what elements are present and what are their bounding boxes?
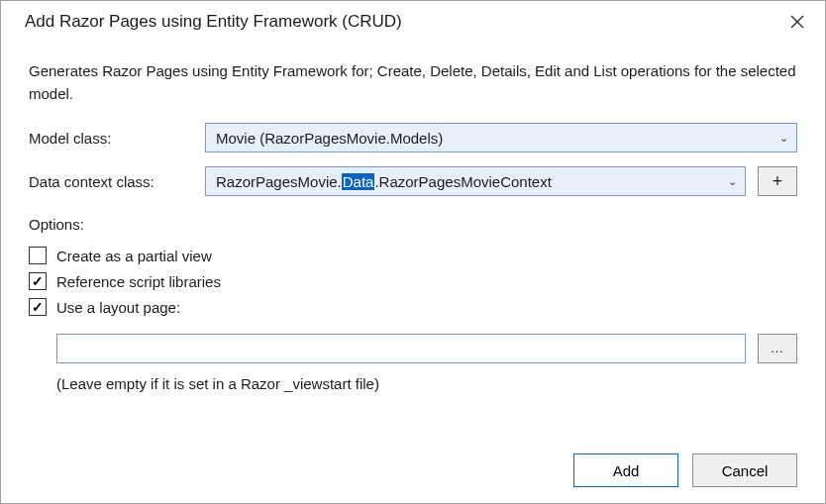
dialog-body: Generates Razor Pages using Entity Frame… [1, 41, 825, 503]
browse-button[interactable]: ... [758, 334, 797, 363]
use-layout-row: Use a layout page: [29, 298, 797, 316]
data-context-class-value: RazorPagesMovie.Data.RazorPagesMovieCont… [216, 173, 722, 190]
layout-hint: (Leave empty if it is set in a Razor _vi… [56, 375, 797, 392]
model-class-label: Model class: [29, 130, 205, 147]
reference-scripts-label: Reference script libraries [56, 273, 221, 290]
dialog-description: Generates Razor Pages using Entity Frame… [29, 60, 797, 105]
chevron-down-icon: ⌄ [722, 175, 737, 188]
reference-scripts-checkbox[interactable] [29, 272, 47, 290]
titlebar: Add Razor Pages using Entity Framework (… [1, 1, 825, 41]
data-context-class-dropdown[interactable]: RazorPagesMovie.Data.RazorPagesMovieCont… [205, 166, 746, 196]
close-button[interactable] [783, 11, 811, 33]
dialog-title: Add Razor Pages using Entity Framework (… [25, 12, 402, 32]
chevron-down-icon: ⌄ [774, 132, 788, 145]
options-label: Options: [29, 216, 797, 233]
layout-path-input[interactable] [56, 334, 746, 363]
cancel-button[interactable]: Cancel [692, 454, 797, 487]
add-context-button[interactable]: + [758, 166, 797, 196]
reference-scripts-row: Reference script libraries [29, 272, 797, 290]
plus-icon: + [773, 171, 783, 192]
data-context-class-row: Data context class: RazorPagesMovie.Data… [29, 166, 797, 196]
use-layout-checkbox[interactable] [29, 298, 47, 316]
partial-view-label: Create as a partial view [56, 248, 212, 264]
layout-path-row: ... [56, 334, 797, 363]
model-class-value: Movie (RazorPagesMovie.Models) [216, 130, 774, 147]
dialog-footer: Add Cancel [29, 434, 797, 487]
use-layout-label: Use a layout page: [56, 299, 180, 316]
partial-view-checkbox[interactable] [29, 247, 47, 264]
partial-view-row: Create as a partial view [29, 247, 797, 264]
close-icon [790, 15, 804, 29]
model-class-dropdown[interactable]: Movie (RazorPagesMovie.Models) ⌄ [205, 123, 797, 152]
ellipsis-icon: ... [771, 342, 783, 355]
model-class-row: Model class: Movie (RazorPagesMovie.Mode… [29, 123, 797, 152]
data-context-class-label: Data context class: [29, 173, 205, 190]
add-button[interactable]: Add [573, 454, 678, 487]
dialog-window: Add Razor Pages using Entity Framework (… [0, 0, 826, 504]
